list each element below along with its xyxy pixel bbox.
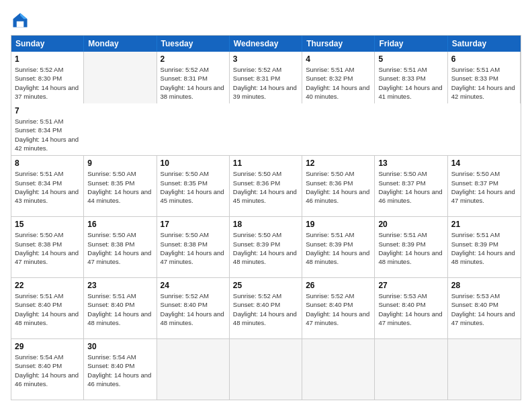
day-info: Sunrise: 5:52 AMSunset: 8:31 PMDaylight:…	[161, 65, 226, 101]
day-info: Sunrise: 5:51 AMSunset: 8:40 PMDaylight:…	[15, 291, 80, 327]
calendar-cell-10: 10Sunrise: 5:50 AMSunset: 8:35 PMDayligh…	[157, 156, 230, 216]
day-number: 11	[233, 158, 298, 168]
calendar-row-week2: 15Sunrise: 5:50 AMSunset: 8:38 PMDayligh…	[11, 217, 521, 278]
day-info: Sunrise: 5:53 AMSunset: 8:40 PMDaylight:…	[378, 291, 443, 327]
day-number: 18	[233, 220, 298, 229]
calendar-cell-7: 7Sunrise: 5:51 AMSunset: 8:34 PMDaylight…	[11, 103, 84, 155]
calendar-cell-25: 25Sunrise: 5:52 AMSunset: 8:40 PMDayligh…	[230, 278, 302, 338]
day-info: Sunrise: 5:51 AMSunset: 8:39 PMDaylight:…	[378, 230, 443, 266]
day-number: 6	[451, 54, 517, 64]
calendar-cell-empty-3-2	[157, 339, 230, 400]
day-number: 14	[451, 158, 517, 168]
calendar-cell-2: 2Sunrise: 5:52 AMSunset: 8:31 PMDaylight…	[157, 52, 230, 103]
day-number: 9	[87, 158, 152, 168]
day-info: Sunrise: 5:51 AMSunset: 8:39 PMDaylight:…	[451, 230, 517, 266]
day-info: Sunrise: 5:51 AMSunset: 8:32 PMDaylight:…	[306, 65, 371, 101]
calendar-cell-9: 9Sunrise: 5:50 AMSunset: 8:35 PMDaylight…	[84, 156, 157, 216]
calendar-row-week1: 8Sunrise: 5:51 AMSunset: 8:34 PMDaylight…	[11, 156, 521, 217]
calendar-row-week4: 29Sunrise: 5:54 AMSunset: 8:40 PMDayligh…	[11, 339, 521, 400]
calendar-cell-12: 12Sunrise: 5:50 AMSunset: 8:36 PMDayligh…	[302, 156, 375, 216]
day-number: 12	[306, 158, 371, 168]
day-info: Sunrise: 5:50 AMSunset: 8:37 PMDaylight:…	[378, 169, 443, 205]
day-number: 29	[15, 342, 80, 351]
page-header	[11, 11, 521, 30]
calendar-cell-3: 3Sunrise: 5:52 AMSunset: 8:31 PMDaylight…	[230, 52, 302, 103]
day-info: Sunrise: 5:50 AMSunset: 8:35 PMDaylight:…	[87, 169, 152, 205]
calendar-cell-20: 20Sunrise: 5:51 AMSunset: 8:39 PMDayligh…	[375, 217, 447, 277]
calendar-cell-14: 14Sunrise: 5:50 AMSunset: 8:37 PMDayligh…	[448, 156, 521, 216]
day-info: Sunrise: 5:50 AMSunset: 8:38 PMDaylight:…	[161, 230, 226, 266]
day-info: Sunrise: 5:51 AMSunset: 8:33 PMDaylight:…	[378, 65, 443, 101]
calendar-cell-19: 19Sunrise: 5:51 AMSunset: 8:39 PMDayligh…	[302, 217, 375, 277]
calendar-cell-6: 6Sunrise: 5:51 AMSunset: 8:33 PMDaylight…	[448, 52, 521, 103]
day-number: 16	[87, 220, 152, 229]
day-info: Sunrise: 5:50 AMSunset: 8:38 PMDaylight:…	[15, 230, 80, 266]
calendar-cell-empty-0	[84, 52, 157, 103]
calendar-row-week0: 1Sunrise: 5:52 AMSunset: 8:30 PMDaylight…	[11, 52, 521, 156]
day-number: 24	[161, 281, 226, 290]
col-header-friday: Friday	[375, 36, 447, 52]
day-number: 28	[451, 281, 517, 290]
calendar-row-week3: 22Sunrise: 5:51 AMSunset: 8:40 PMDayligh…	[11, 278, 521, 339]
day-info: Sunrise: 5:51 AMSunset: 8:34 PMDaylight:…	[15, 169, 80, 205]
calendar-cell-22: 22Sunrise: 5:51 AMSunset: 8:40 PMDayligh…	[11, 278, 84, 338]
day-info: Sunrise: 5:50 AMSunset: 8:38 PMDaylight:…	[87, 230, 152, 266]
day-number: 21	[451, 220, 517, 229]
day-number: 10	[161, 158, 226, 168]
day-info: Sunrise: 5:54 AMSunset: 8:40 PMDaylight:…	[15, 353, 80, 388]
day-info: Sunrise: 5:52 AMSunset: 8:30 PMDaylight:…	[15, 65, 80, 101]
day-info: Sunrise: 5:52 AMSunset: 8:40 PMDaylight:…	[233, 291, 298, 327]
calendar-cell-30: 30Sunrise: 5:54 AMSunset: 8:40 PMDayligh…	[84, 339, 157, 400]
day-info: Sunrise: 5:52 AMSunset: 8:31 PMDaylight:…	[233, 65, 298, 101]
logo	[11, 11, 32, 30]
day-info: Sunrise: 5:50 AMSunset: 8:39 PMDaylight:…	[233, 230, 298, 266]
day-info: Sunrise: 5:50 AMSunset: 8:36 PMDaylight:…	[306, 169, 371, 205]
calendar-cell-23: 23Sunrise: 5:51 AMSunset: 8:40 PMDayligh…	[84, 278, 157, 338]
day-number: 17	[161, 220, 226, 229]
calendar-cell-11: 11Sunrise: 5:50 AMSunset: 8:36 PMDayligh…	[230, 156, 302, 216]
day-number: 5	[378, 54, 443, 64]
calendar-cell-empty-3-5	[375, 339, 447, 400]
day-number: 2	[161, 54, 226, 64]
day-info: Sunrise: 5:53 AMSunset: 8:40 PMDaylight:…	[451, 291, 517, 327]
day-info: Sunrise: 5:51 AMSunset: 8:33 PMDaylight:…	[451, 65, 517, 101]
calendar-page: SundayMondayTuesdayWednesdayThursdayFrid…	[0, 0, 532, 411]
day-info: Sunrise: 5:52 AMSunset: 8:40 PMDaylight:…	[161, 291, 226, 327]
day-number: 22	[15, 281, 80, 290]
calendar-cell-13: 13Sunrise: 5:50 AMSunset: 8:37 PMDayligh…	[375, 156, 447, 216]
calendar-cell-1: 1Sunrise: 5:52 AMSunset: 8:30 PMDaylight…	[11, 52, 84, 103]
day-number: 3	[233, 54, 298, 64]
day-number: 15	[15, 220, 80, 229]
calendar-cell-28: 28Sunrise: 5:53 AMSunset: 8:40 PMDayligh…	[448, 278, 521, 338]
calendar: SundayMondayTuesdayWednesdayThursdayFrid…	[11, 35, 521, 400]
day-info: Sunrise: 5:51 AMSunset: 8:34 PMDaylight:…	[15, 117, 81, 152]
col-header-tuesday: Tuesday	[157, 36, 230, 52]
day-number: 19	[306, 220, 371, 229]
svg-rect-2	[17, 21, 24, 28]
calendar-cell-24: 24Sunrise: 5:52 AMSunset: 8:40 PMDayligh…	[157, 278, 230, 338]
calendar-cell-empty-3-3	[230, 339, 302, 400]
calendar-body: 1Sunrise: 5:52 AMSunset: 8:30 PMDaylight…	[11, 52, 521, 400]
day-number: 25	[233, 281, 298, 290]
col-header-thursday: Thursday	[302, 36, 375, 52]
calendar-cell-empty-3-6	[448, 339, 521, 400]
calendar-header: SundayMondayTuesdayWednesdayThursdayFrid…	[11, 36, 521, 52]
day-number: 20	[378, 220, 443, 229]
col-header-wednesday: Wednesday	[230, 36, 302, 52]
day-number: 7	[15, 106, 81, 116]
calendar-cell-16: 16Sunrise: 5:50 AMSunset: 8:38 PMDayligh…	[84, 217, 157, 277]
calendar-cell-26: 26Sunrise: 5:52 AMSunset: 8:40 PMDayligh…	[302, 278, 375, 338]
col-header-saturday: Saturday	[448, 36, 521, 52]
calendar-cell-4: 4Sunrise: 5:51 AMSunset: 8:32 PMDaylight…	[302, 52, 375, 103]
calendar-cell-5: 5Sunrise: 5:51 AMSunset: 8:33 PMDaylight…	[375, 52, 447, 103]
calendar-cell-29: 29Sunrise: 5:54 AMSunset: 8:40 PMDayligh…	[11, 339, 84, 400]
calendar-cell-15: 15Sunrise: 5:50 AMSunset: 8:38 PMDayligh…	[11, 217, 84, 277]
day-number: 30	[87, 342, 152, 351]
day-info: Sunrise: 5:50 AMSunset: 8:35 PMDaylight:…	[161, 169, 226, 205]
day-number: 26	[306, 281, 371, 290]
day-number: 4	[306, 54, 371, 64]
day-info: Sunrise: 5:50 AMSunset: 8:36 PMDaylight:…	[233, 169, 298, 205]
calendar-cell-empty-3-4	[302, 339, 375, 400]
col-header-sunday: Sunday	[11, 36, 84, 52]
day-number: 1	[15, 54, 80, 64]
